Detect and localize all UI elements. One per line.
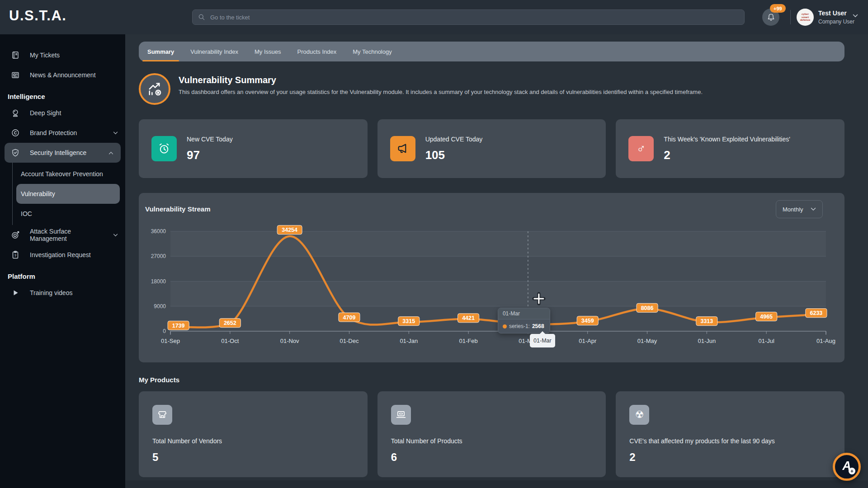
copyright-icon	[11, 128, 20, 137]
svg-text:4421: 4421	[462, 315, 475, 321]
page-title: Vulnerability Summary	[179, 75, 703, 85]
chevron-down-icon	[113, 234, 118, 237]
stat-label: Updated CVE Today	[425, 136, 483, 143]
svg-text:18000: 18000	[151, 278, 166, 285]
topbar: U.S.T.A. +99 cyber smart defence Test Us…	[0, 0, 868, 34]
laptop-code-icon	[391, 405, 411, 425]
svg-text:?: ?	[14, 253, 17, 258]
plus-icon: +	[849, 468, 855, 474]
sidebar-item-security-intelligence[interactable]: Security Intelligence	[5, 143, 121, 163]
stat-label: This Week's 'Known Exploited Vulnerabili…	[664, 136, 790, 143]
circle-arrow-icon: ♂	[628, 136, 654, 161]
tooltip-value: 2568	[532, 323, 544, 329]
clipboard-question-icon: ?	[11, 250, 20, 259]
svg-text:34254: 34254	[282, 227, 297, 233]
svg-text:4965: 4965	[760, 314, 773, 320]
series-marker-dot	[503, 324, 507, 328]
user-role: Company User	[818, 19, 854, 25]
svg-text:01-Nov: 01-Nov	[280, 338, 299, 344]
page-header: Vulnerability Summary This dashboard off…	[139, 73, 844, 108]
sidebar-item-label: Attack Surface Management	[30, 228, 103, 242]
tab-products-index[interactable]: Products Index	[292, 42, 342, 61]
content-bottom-edge	[125, 480, 868, 488]
usta-logo: U.S.T.A.	[9, 8, 66, 24]
my-products-heading: My Products	[139, 376, 844, 385]
vulnerability-stats-icon	[139, 73, 170, 105]
chevron-down-icon	[113, 131, 118, 135]
product-cards-row: Total Number of Vendors 5 Total Number o…	[139, 391, 844, 477]
svg-text:01-Dec: 01-Dec	[340, 338, 359, 344]
user-menu-chevron-down-icon[interactable]	[853, 14, 858, 18]
radiation-icon: ☢	[629, 405, 649, 425]
shield-check-icon	[11, 148, 20, 157]
product-card-cves-90-days: ☢ CVE's that affected my products for th…	[616, 391, 844, 477]
stat-card-updated-cve: Updated CVE Today 105	[377, 119, 606, 178]
sidebar-subitem-account-takeover-prevention[interactable]: Account Takeover Prevention	[13, 164, 120, 184]
sidebar-item-label: Deep Sight	[30, 109, 61, 117]
newspaper-icon	[11, 70, 20, 80]
product-label: CVE's that affected my products for the …	[629, 437, 831, 445]
svg-text:8086: 8086	[641, 305, 654, 311]
sidebar-item-brand-protection[interactable]: Brand Protection	[0, 123, 125, 143]
vulnerability-stream-panel: Vulnerability Stream Monthly 09000180002…	[139, 193, 844, 362]
sidebar-item-label: Security Intelligence	[30, 149, 86, 156]
product-value: 5	[152, 451, 354, 464]
svg-text:6233: 6233	[810, 310, 822, 316]
user-name[interactable]: Test User	[818, 9, 847, 17]
svg-text:0: 0	[163, 328, 166, 334]
svg-text:01-Oct: 01-Oct	[221, 338, 239, 344]
svg-text:2652: 2652	[224, 320, 236, 326]
vulnerability-stream-chart[interactable]: 0900018000270003600001-Sep01-Oct01-Nov01…	[139, 193, 844, 362]
search-input[interactable]	[209, 14, 739, 21]
assistant-fab-button[interactable]: A +	[833, 453, 861, 481]
global-search[interactable]	[192, 9, 745, 25]
product-card-products: Total Number of Products 6	[377, 391, 606, 477]
stat-cards-row: New CVE Today 97 Updated CVE Today 105 ♂…	[139, 119, 844, 178]
tabbar: Summary Vulnerability Index My Issues Pr…	[139, 42, 844, 61]
sidebar-subitem-vulnerability[interactable]: Vulnerability	[16, 184, 120, 204]
ticket-book-icon	[11, 51, 20, 60]
sidebar-item-training-videos[interactable]: Training videos	[0, 283, 125, 303]
svg-text:3313: 3313	[700, 318, 713, 324]
sidebar-item-my-tickets[interactable]: My Tickets	[0, 45, 125, 65]
chart-tooltip: 01-Mar series-1: 2568	[498, 308, 550, 333]
tooltip-category: 01-Mar	[498, 308, 550, 319]
sidebar-item-deep-sight[interactable]: Deep Sight	[0, 103, 125, 123]
stat-value: 97	[187, 148, 233, 162]
product-card-vendors: Total Number of Vendors 5	[139, 391, 368, 477]
avatar[interactable]: cyber smart defence	[797, 9, 814, 26]
stat-card-new-cve: New CVE Today 97	[139, 119, 368, 178]
tab-my-issues[interactable]: My Issues	[250, 42, 286, 61]
sidebar-item-news-announcement[interactable]: News & Announcement	[0, 65, 125, 85]
sidebar-item-label: Investigation Request	[30, 251, 91, 258]
security-intelligence-submenu: Account Takeover Prevention Vulnerabilit…	[12, 163, 125, 225]
product-label: Total Number of Vendors	[152, 437, 354, 445]
page-description: This dashboard offers an overview of you…	[179, 89, 703, 95]
svg-text:01-Sep: 01-Sep	[161, 338, 180, 344]
svg-text:9000: 9000	[154, 303, 166, 310]
target-icon	[11, 230, 20, 239]
svg-text:36000: 36000	[151, 228, 166, 235]
sidebar-item-attack-surface-management[interactable]: Attack Surface Management	[0, 225, 125, 245]
svg-text:01-Jul: 01-Jul	[758, 338, 774, 344]
megaphone-icon	[390, 136, 415, 161]
product-label: Total Number of Products	[391, 437, 593, 445]
tab-vulnerability-index[interactable]: Vulnerability Index	[185, 42, 243, 61]
svg-text:01-Jun: 01-Jun	[698, 338, 716, 344]
svg-text:01-Apr: 01-Apr	[579, 338, 597, 344]
svg-text:01-Feb: 01-Feb	[459, 338, 477, 344]
sidebar-subitem-ioc[interactable]: IOC	[13, 204, 120, 224]
tab-summary[interactable]: Summary	[142, 42, 179, 61]
svg-text:01-May: 01-May	[637, 338, 657, 344]
svg-text:01-Aug: 01-Aug	[816, 338, 835, 344]
search-icon	[198, 14, 205, 21]
product-value: 6	[391, 451, 593, 464]
alarm-clock-icon	[151, 136, 177, 161]
sidebar-item-investigation-request[interactable]: ? Investigation Request	[0, 245, 125, 265]
tab-my-technology[interactable]: My Technology	[348, 42, 396, 61]
stat-value: 105	[425, 148, 483, 162]
sidebar-section-platform: Platform	[0, 269, 125, 283]
svg-text:4709: 4709	[343, 314, 356, 321]
sidebar-item-label: News & Announcement	[30, 71, 96, 79]
range-selector-dropdown[interactable]: Monthly	[776, 200, 823, 218]
